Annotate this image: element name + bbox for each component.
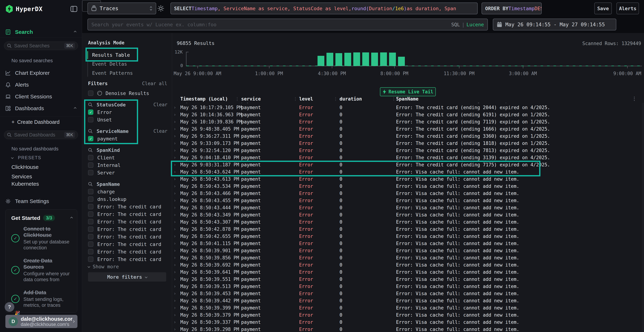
sidebar-collapse-icon[interactable] [70,6,78,12]
filter-option[interactable]: Error: The credit card … [88,233,168,240]
table-row[interactable]: ›May 26 8:50:39.442 PMpaymentError0Error… [172,297,644,304]
table-row[interactable]: ›May 26 8:50:43.624 PMpaymentError0Error… [172,168,644,176]
col-duration[interactable]: duration [340,95,362,103]
filter-group-clear-link[interactable]: Clear [154,128,168,134]
chart-bar[interactable] [398,57,405,66]
filter-option[interactable]: Error: The credit card … [88,240,168,248]
table-row[interactable]: ›May 26 10:17:29.105 PMpaymentError0Erro… [172,104,644,111]
filter-option[interactable]: Error: The credit card … [88,248,168,256]
checkbox[interactable] [88,155,94,160]
table-row[interactable]: ›May 26 8:50:39.298 PMpaymentError0Error… [172,326,644,332]
date-range-picker[interactable]: May 26 09:14:55 - May 27 09:14:55 [493,18,616,30]
filter-group-clear-link[interactable]: Clear [154,102,168,107]
table-row[interactable]: ›May 26 8:50:39.513 PMpaymentError0Error… [172,283,644,290]
filter-option[interactable]: Server [88,169,168,176]
table-row[interactable]: ›May 26 8:50:43.455 PMpaymentError0Error… [172,197,644,204]
filter-option[interactable]: ✓Error [88,108,168,116]
get-started-item[interactable]: ✓Create Data SourcesConfigure where your… [11,258,72,283]
show-more-link[interactable]: Show more [88,263,168,270]
filter-option[interactable]: Error: The credit card … [88,218,168,226]
search-icon[interactable] [88,102,93,107]
table-row[interactable]: ›May 26 9:32:54.120 PMpaymentError0Error… [172,147,644,154]
table-row[interactable]: ›May 26 8:50:43.534 PMpaymentError0Error… [172,183,644,190]
checkbox[interactable] [88,196,94,202]
mode-event-patterns[interactable]: Event Patterns [92,69,133,77]
help-button[interactable]: ? [5,302,14,312]
search-icon[interactable] [88,182,93,186]
table-row[interactable]: ›May 26 8:50:39.453 PMpaymentError0Error… [172,290,644,297]
table-row[interactable]: ›May 26 8:50:43.349 PMpaymentError0Error… [172,211,644,218]
filter-option[interactable]: Error: The credit card … [88,256,168,263]
checkbox[interactable] [88,162,94,168]
table-row[interactable]: ›May 26 9:04:18.410 PMpaymentError0Error… [172,154,644,161]
table-row[interactable]: ›May 26 8:50:39.379 PMpaymentError0Error… [172,312,644,318]
checkbox[interactable] [88,189,94,194]
checkbox[interactable] [88,117,94,122]
chart-bar[interactable] [353,52,360,66]
mode-results-table[interactable]: Results Table [92,51,130,59]
presets-toggle[interactable]: PRESETS [0,153,82,162]
col-service[interactable]: service [241,95,261,103]
alerts-button[interactable]: Alerts [616,2,639,14]
lucene-search-input[interactable]: Search your events w/ Lucene ex. column:… [88,18,488,30]
filter-option[interactable]: dns.lookup [88,195,168,203]
chart-bar[interactable] [371,52,378,66]
source-settings-gear-icon[interactable] [157,4,166,13]
sidebar-item-chart-explorer[interactable]: Chart Explorer [0,69,82,77]
table-row[interactable]: ›May 26 8:50:39.901 PMpaymentError0Error… [172,247,644,254]
resume-live-tail-button[interactable]: Resume Live Tail [380,87,436,96]
table-row[interactable]: ›May 26 8:50:42.878 PMpaymentError0Error… [172,226,644,233]
checkbox[interactable]: ✓ [88,136,94,141]
table-options-kebab-icon[interactable]: ⋮ [632,96,637,102]
table-row[interactable]: ›May 26 8:50:39.399 PMpaymentError0Error… [172,304,644,312]
chart-bar[interactable] [336,53,342,66]
preset-services[interactable]: Services [12,174,32,180]
get-started-item[interactable]: ✓Add DataStart sending logs, metrics, or… [11,290,72,308]
table-row[interactable]: ›May 26 8:50:43.444 PMpaymentError0Error… [172,204,644,211]
sidebar-item-dashboards[interactable]: Dashboards [0,104,82,113]
sidebar-item-alerts[interactable]: Alerts [0,80,82,89]
get-started-item[interactable]: ✓Connect to ClickHouseSet up your databa… [11,226,72,251]
chart-bar[interactable] [362,52,369,66]
checkbox[interactable] [88,242,94,247]
chart-bar[interactable] [318,56,324,66]
checkbox[interactable] [88,219,94,224]
filter-option[interactable]: Client [88,154,168,161]
table-row[interactable]: ›May 26 8:50:39.692 PMpaymentError0Error… [172,261,644,268]
table-row[interactable]: ›May 26 8:50:43.307 PMpaymentError0Error… [172,218,644,226]
checkbox[interactable]: ✓ [88,110,94,115]
chevron-up-icon[interactable] [70,216,73,219]
lucene-toggle[interactable]: Lucene [466,22,484,27]
col-timestamp[interactable]: Timestamp (Local) [180,95,228,103]
filter-option[interactable]: Error: The credit card … [88,210,168,218]
table-row[interactable]: ›May 26 9:03:31.187 PMpaymentError0Error… [172,161,644,168]
mode-event-deltas[interactable]: Event Deltas [92,60,127,68]
checkbox[interactable] [88,212,94,217]
column-grip-icon[interactable]: ⋮ [334,96,338,102]
preset-clickhouse[interactable]: ClickHouse [12,164,39,170]
chart-bar[interactable] [326,53,333,66]
clear-all-link[interactable]: Clear all [142,81,167,86]
sql-select-input[interactable]: SELECT Timestamp, ServiceName as service… [170,2,478,14]
user-menu[interactable]: D dale@clickhouse.com dale@clickhouse.co… [5,315,78,328]
checkbox[interactable] [88,204,94,209]
filter-option[interactable]: ✓payment [88,135,168,142]
saved-dashboards-input[interactable]: Saved Dashboards ⌘K [4,130,78,139]
sidebar-item-client-sessions[interactable]: Client Sessions [0,92,82,101]
table-row[interactable]: ›May 26 8:50:43.466 PMpaymentError0Error… [172,190,644,197]
table-row[interactable]: ›May 26 8:50:39.641 PMpaymentError0Error… [172,268,644,276]
table-row[interactable]: ›May 26 8:50:39.337 PMpaymentError0Error… [172,318,644,326]
table-row[interactable]: ›May 26 10:14:36.963 PMpaymentError0Erro… [172,111,644,118]
source-select[interactable]: Traces [88,2,156,14]
table-row[interactable]: ›May 26 9:33:09.173 PMpaymentError0Error… [172,140,644,147]
table-row[interactable]: ›May 26 8:50:39.551 PMpaymentError0Error… [172,276,644,283]
column-grip-icon[interactable]: ⋮ [235,96,239,102]
checkbox[interactable] [88,170,94,175]
save-button[interactable]: Save [594,2,612,14]
table-row[interactable]: ›May 26 9:48:38.405 PMpaymentError0Error… [172,126,644,132]
denoise-results-option[interactable]: Denoise Results [88,90,149,96]
query-language-toggle[interactable]: SQL|Lucene [451,22,484,27]
chart-bar[interactable] [344,53,351,66]
checkbox[interactable] [88,256,94,262]
table-row[interactable]: ›May 26 8:50:39.856 PMpaymentError0Error… [172,254,644,261]
